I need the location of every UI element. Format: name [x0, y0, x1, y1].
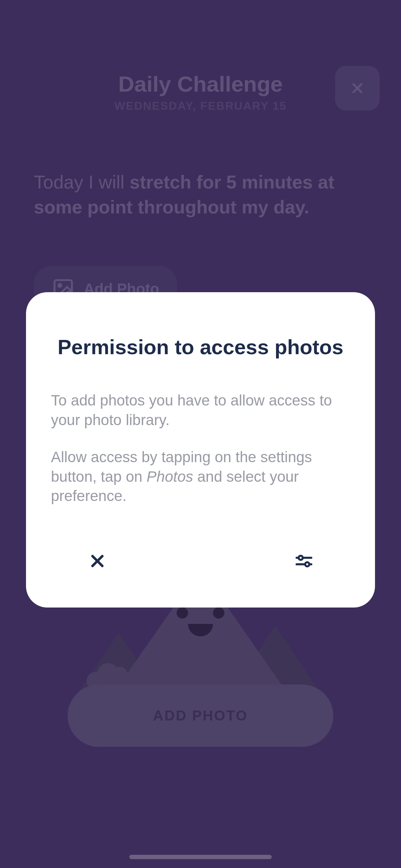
modal-body: To add photos you have to allow access t… — [51, 391, 350, 506]
modal-settings-button[interactable] — [291, 549, 316, 574]
svg-point-10 — [298, 556, 302, 560]
modal-title: Permission to access photos — [51, 335, 350, 359]
modal-actions — [51, 549, 350, 574]
modal-close-button[interactable] — [85, 549, 110, 574]
close-icon — [88, 551, 107, 571]
modal-overlay: Permission to access photos To add photo… — [0, 0, 401, 868]
svg-point-12 — [305, 562, 309, 566]
modal-body-text-1: To add photos you have to allow access t… — [51, 391, 350, 430]
modal-body-text-2: Allow access by tapping on the settings … — [51, 448, 350, 506]
permission-modal: Permission to access photos To add photo… — [26, 292, 375, 608]
settings-sliders-icon — [294, 551, 314, 571]
